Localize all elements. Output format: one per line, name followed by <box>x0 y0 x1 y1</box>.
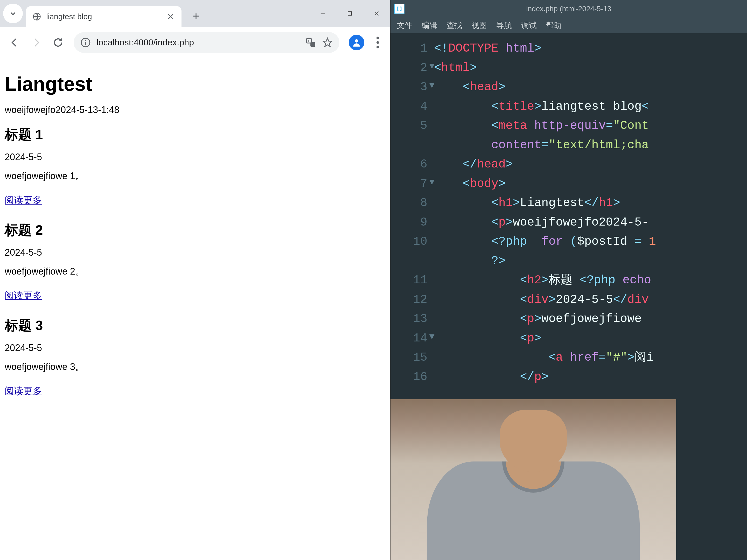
code-line[interactable]: <head> <box>434 78 747 97</box>
line-number: 7▼ <box>390 174 427 194</box>
browser-tab[interactable]: liangtest blog <box>26 6 181 27</box>
maximize-button[interactable] <box>336 0 363 27</box>
editor-menu-item[interactable]: 编辑 <box>421 20 437 31</box>
page-h1: Liangtest <box>5 73 386 95</box>
arrow-left-icon <box>9 37 20 48</box>
editor-menu-item[interactable]: 查找 <box>446 20 462 31</box>
svg-rect-1 <box>348 12 352 15</box>
post-title: 标题 1 <box>5 126 386 144</box>
line-number: 11 <box>390 271 427 290</box>
post-body: woefjowejfiowe 2。 <box>5 265 386 278</box>
more-vert-icon <box>370 35 386 50</box>
page-content: Liangtest woeijfowejfo2024-5-13-1:48 标题 … <box>0 58 390 560</box>
editor-window: index.php (html-2024-5-13 文件编辑查找视图导航调试帮助… <box>390 0 747 560</box>
svg-point-3 <box>85 40 86 41</box>
line-number: 12 <box>390 290 427 310</box>
reload-icon <box>53 37 63 48</box>
line-number: 6 <box>390 155 427 174</box>
address-bar[interactable]: localhost:4000/index.php G <box>74 32 339 53</box>
line-number: 4 <box>390 97 427 117</box>
globe-icon <box>32 12 42 21</box>
line-number: 2▼ <box>390 58 427 78</box>
svg-point-10 <box>377 46 379 48</box>
code-line[interactable]: <title>liangtest blog< <box>434 97 747 117</box>
svg-point-9 <box>377 41 379 44</box>
window-controls <box>309 0 390 27</box>
line-number: 9 <box>390 213 427 232</box>
line-number <box>390 252 427 271</box>
line-number: 3▼ <box>390 78 427 97</box>
line-number: 1 <box>390 39 427 58</box>
minimize-button[interactable] <box>309 0 336 27</box>
browser-menu-button[interactable] <box>370 35 386 50</box>
editor-menu-item[interactable]: 文件 <box>397 20 412 31</box>
close-icon <box>373 10 380 17</box>
back-button[interactable] <box>5 33 24 52</box>
fold-toggle-icon[interactable]: ▼ <box>429 330 435 344</box>
code-line[interactable]: <p> <box>434 329 747 348</box>
editor-menubar: 文件编辑查找视图导航调试帮助 <box>390 18 747 33</box>
code-line[interactable]: <h1>Liangtest</h1> <box>434 194 747 213</box>
line-number: 8 <box>390 194 427 213</box>
close-icon <box>166 12 175 21</box>
forward-button[interactable] <box>26 33 46 52</box>
post-body: woefjowejfiowe 3。 <box>5 361 386 373</box>
code-line[interactable]: <a href="#">阅i <box>434 348 747 367</box>
post-date: 2024-5-5 <box>5 342 386 353</box>
editor-menu-item[interactable]: 视图 <box>471 20 487 31</box>
translate-icon: G <box>305 37 316 48</box>
editor-menu-item[interactable]: 帮助 <box>546 20 562 31</box>
code-line[interactable]: </head> <box>434 155 747 174</box>
plus-icon <box>191 11 201 21</box>
line-number: 5 <box>390 116 427 135</box>
brackets-logo-icon <box>394 4 405 14</box>
editor-menu-item[interactable]: 导航 <box>496 20 512 31</box>
editor-window-title: index.php (html-2024-5-13 <box>526 5 611 13</box>
site-info-button[interactable] <box>80 37 91 48</box>
code-line[interactable]: <body> <box>434 174 747 194</box>
arrow-right-icon <box>31 37 42 48</box>
reload-button[interactable] <box>48 33 68 52</box>
post-title: 标题 3 <box>5 316 386 335</box>
code-line[interactable]: <!DOCTYPE html> <box>434 39 747 58</box>
code-line[interactable]: <html> <box>434 58 747 78</box>
code-line[interactable]: <meta http-equiv="Cont <box>434 116 747 135</box>
line-number <box>390 135 427 155</box>
svg-rect-5 <box>310 42 315 47</box>
code-line[interactable]: ?> <box>434 252 747 271</box>
line-number: 13 <box>390 309 427 329</box>
code-line[interactable]: </p> <box>434 367 747 387</box>
code-line[interactable]: content="text/html;cha <box>434 135 747 155</box>
tab-close-button[interactable] <box>166 12 175 21</box>
close-window-button[interactable] <box>363 0 390 27</box>
tab-title: liangtest blog <box>46 12 161 21</box>
fold-toggle-icon[interactable]: ▼ <box>429 175 435 189</box>
person-icon <box>352 37 361 47</box>
read-more-link[interactable]: 阅读更多 <box>5 289 42 302</box>
browser-window: liangtest blog localhost:4000/index.php … <box>0 0 390 560</box>
editor-titlebar: index.php (html-2024-5-13 <box>390 0 747 18</box>
bookmark-button[interactable] <box>322 37 333 48</box>
code-line[interactable]: <p>woeijfowejfo2024-5- <box>434 213 747 232</box>
code-line[interactable]: <h2>标题 <?php echo <box>434 271 747 290</box>
line-number: 15 <box>390 348 427 367</box>
read-more-link[interactable]: 阅读更多 <box>5 385 42 398</box>
tab-search-button[interactable] <box>3 4 23 23</box>
svg-point-7 <box>355 39 358 43</box>
browser-toolbar: localhost:4000/index.php G <box>0 27 390 58</box>
code-line[interactable]: <div>2024-5-5</div <box>434 290 747 310</box>
fold-toggle-icon[interactable]: ▼ <box>429 59 435 74</box>
read-more-link[interactable]: 阅读更多 <box>5 194 42 207</box>
profile-button[interactable] <box>349 35 364 50</box>
code-line[interactable]: <p>woefjowejfiowe <box>434 309 747 329</box>
tab-strip: liangtest blog <box>0 0 390 27</box>
translate-button[interactable]: G <box>305 37 316 48</box>
editor-menu-item[interactable]: 调试 <box>521 20 537 31</box>
new-tab-button[interactable] <box>186 6 206 26</box>
post-date: 2024-5-5 <box>5 152 386 162</box>
maximize-icon <box>346 10 353 17</box>
line-number: 16 <box>390 367 427 387</box>
webcam-overlay <box>390 399 676 560</box>
fold-toggle-icon[interactable]: ▼ <box>429 79 435 93</box>
code-line[interactable]: <?php for ($postId = 1 <box>434 232 747 252</box>
